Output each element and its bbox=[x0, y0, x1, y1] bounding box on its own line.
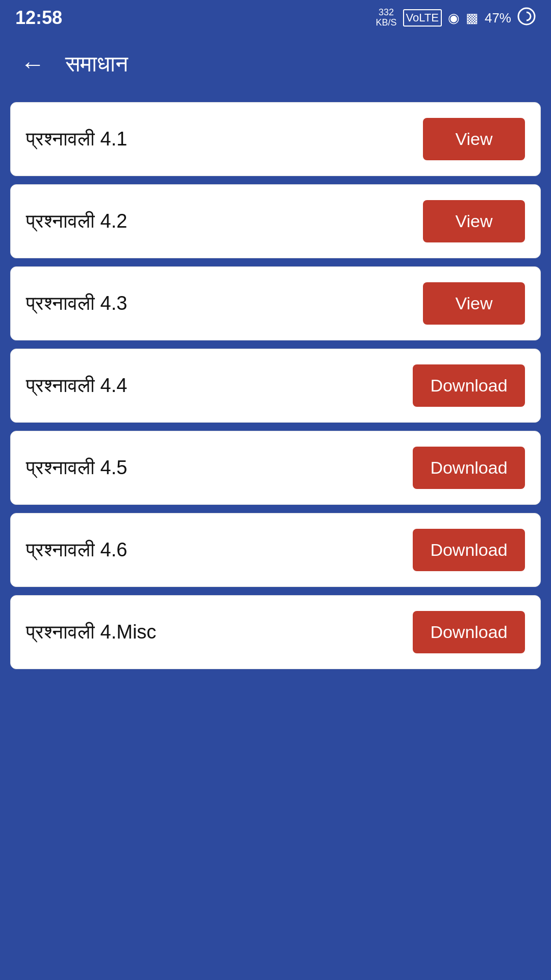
list-card-4.6: प्रश्नावली 4.6Download bbox=[10, 513, 541, 587]
download-button-4.misc[interactable]: Download bbox=[413, 611, 525, 653]
wifi-icon: ◉ bbox=[448, 10, 460, 26]
content-area: प्रश्नावली 4.1Viewप्रश्नावली 4.2Viewप्रश… bbox=[0, 92, 551, 679]
back-button[interactable]: ← bbox=[15, 45, 50, 83]
network-speed: 332 KB/S bbox=[376, 8, 397, 28]
status-bar: 12:58 332 KB/S VoLTE ◉ ▩ 47% bbox=[0, 0, 551, 36]
download-button-4.4[interactable]: Download bbox=[413, 364, 525, 407]
battery-indicator: 47% bbox=[485, 10, 511, 26]
view-button-4.1[interactable]: View bbox=[423, 118, 525, 160]
svg-point-0 bbox=[518, 8, 535, 24]
battery-icon bbox=[517, 7, 536, 29]
item-label-4.2: प्रश्नावली 4.2 bbox=[26, 210, 127, 233]
item-label-4.4: प्रश्नावली 4.4 bbox=[26, 375, 127, 397]
download-button-4.5[interactable]: Download bbox=[413, 447, 525, 489]
item-label-4.1: प्रश्नावली 4.1 bbox=[26, 128, 127, 151]
list-card-4.2: प्रश्नावली 4.2View bbox=[10, 184, 541, 258]
status-time: 12:58 bbox=[15, 7, 62, 29]
list-card-4.3: प्रश्नावली 4.3View bbox=[10, 266, 541, 340]
view-button-4.2[interactable]: View bbox=[423, 200, 525, 242]
volte-icon: VoLTE bbox=[403, 9, 442, 27]
item-label-4.6: प्रश्नावली 4.6 bbox=[26, 539, 127, 561]
download-button-4.6[interactable]: Download bbox=[413, 529, 525, 571]
list-card-4.4: प्रश्नावली 4.4Download bbox=[10, 349, 541, 423]
list-card-4.5: प्रश्नावली 4.5Download bbox=[10, 431, 541, 505]
page-title: समाधान bbox=[65, 51, 128, 77]
item-label-4.misc: प्रश्नावली 4.Misc bbox=[26, 621, 156, 644]
toolbar: ← समाधान bbox=[0, 36, 551, 92]
signal-icon: ▩ bbox=[466, 10, 479, 26]
item-label-4.5: प्रश्नावली 4.5 bbox=[26, 457, 127, 479]
status-icons: 332 KB/S VoLTE ◉ ▩ 47% bbox=[376, 7, 536, 29]
list-card-4.1: प्रश्नावली 4.1View bbox=[10, 102, 541, 176]
list-card-4.misc: प्रश्नावली 4.MiscDownload bbox=[10, 595, 541, 669]
item-label-4.3: प्रश्नावली 4.3 bbox=[26, 292, 127, 315]
view-button-4.3[interactable]: View bbox=[423, 282, 525, 325]
